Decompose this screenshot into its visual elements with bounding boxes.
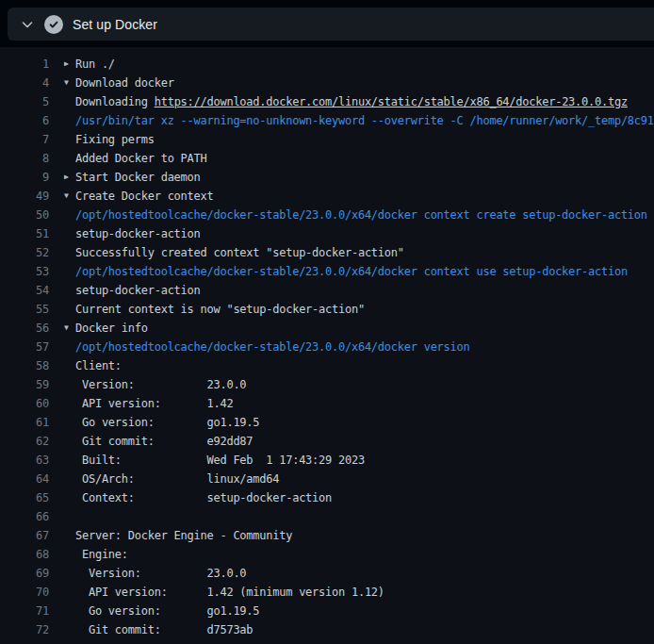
line-number[interactable]: 51 [0,224,49,243]
line-number[interactable]: 58 [0,356,49,375]
log-plain-text: Current context is now "setup-docker-act… [75,303,365,316]
line-number[interactable]: 72 [0,620,49,639]
step-header[interactable]: Set up Docker [8,8,654,41]
log-text: Client: [75,356,654,375]
log-text: Downloading https://download.docker.com/… [75,92,654,111]
line-number[interactable]: 49 [0,187,49,206]
log-text: Git commit: e92dd87 [75,432,654,451]
line-number[interactable]: 66 [0,507,49,526]
line-number[interactable]: 54 [0,281,49,300]
marker-spacer [64,92,75,111]
group-title[interactable]: Download docker [75,76,174,90]
log-line: 67Server: Docker Engine - Community [0,526,654,545]
marker-spacer [64,526,75,545]
log-text: Docker info [75,319,654,338]
line-number[interactable]: 6 [0,111,49,130]
log-text: Run ./ [75,55,654,74]
log-line[interactable]: 49▼Create Docker context [0,187,654,206]
log-plain-text: Client: [75,359,122,372]
line-number[interactable]: 7 [0,130,49,149]
log-plain-text: Git commit: d7573ab [75,623,253,636]
line-number[interactable]: 8 [0,149,49,168]
log-line[interactable]: 1▶Run ./ [0,55,654,74]
log-line: 57/opt/hostedtoolcache/docker-stable/23.… [0,338,654,356]
line-number[interactable]: 4 [0,74,49,92]
marker-spacer [64,470,75,488]
collapse-triangle-icon[interactable]: ▼ [64,74,75,92]
log-command-text: /opt/hostedtoolcache/docker-stable/23.0.… [75,340,469,354]
log-plain-text: Version: 23.0.0 [75,567,246,580]
log-text: Built: Wed Feb 1 17:43:29 2023 [75,451,654,470]
log-line: 55Current context is now "setup-docker-a… [0,300,654,319]
line-number[interactable]: 70 [0,583,49,602]
log-text: API version: 1.42 (minimum version 1.12) [75,583,654,602]
line-number[interactable]: 50 [0,206,49,224]
marker-spacer [64,432,75,451]
log-line: 66 [0,507,654,526]
log-text: Go version: go1.19.5 [75,602,654,620]
line-number[interactable]: 67 [0,526,49,545]
log-text: setup-docker-action [75,224,654,243]
log-line: 69 Version: 23.0.0 [0,564,654,583]
line-number[interactable]: 71 [0,602,49,620]
log-line: 6/usr/bin/tar xz --warning=no-unknown-ke… [0,111,654,130]
marker-spacer [64,300,75,319]
log-text: Context: setup-docker-action [75,488,654,507]
log-plain-text: Server: Docker Engine - Community [75,529,292,542]
log-text: /opt/hostedtoolcache/docker-stable/23.0.… [75,262,654,281]
log-plain-text: setup-docker-action [75,284,201,297]
log-line[interactable]: 4▼Download docker [0,74,654,92]
line-number[interactable]: 57 [0,338,49,356]
marker-spacer [64,262,75,281]
group-title[interactable]: Start Docker daemon [75,171,201,184]
marker-spacer [64,620,75,639]
log-plain-text: Added Docker to PATH [75,152,207,165]
line-number[interactable]: 53 [0,262,49,281]
group-title[interactable]: Docker info [75,322,148,335]
line-number[interactable]: 60 [0,394,49,413]
group-title[interactable]: Create Docker context [75,190,213,203]
marker-spacer [64,413,75,432]
line-number[interactable]: 55 [0,300,49,319]
log-text: Git commit: d7573ab [75,620,654,639]
line-number[interactable]: 59 [0,375,49,394]
chevron-down-icon[interactable] [20,17,35,32]
collapse-triangle-icon[interactable]: ▼ [64,187,75,206]
line-number[interactable]: 65 [0,488,49,507]
marker-spacer [64,149,75,168]
log-line: 62 Git commit: e92dd87 [0,432,654,451]
group-title[interactable]: Run ./ [75,58,115,71]
log-line: 51setup-docker-action [0,224,654,243]
collapse-triangle-icon[interactable]: ▼ [64,319,75,338]
log-plain-text: Engine: [75,548,128,561]
log-line: 60 API version: 1.42 [0,394,654,413]
expand-triangle-icon[interactable]: ▶ [64,168,75,187]
expand-triangle-icon[interactable]: ▶ [64,55,75,74]
log-line: 59 Version: 23.0.0 [0,375,654,394]
log-line: 70 API version: 1.42 (minimum version 1.… [0,583,654,602]
log-plain-text: Successfully created context "setup-dock… [75,246,404,259]
line-number[interactable]: 5 [0,92,49,111]
log-text: Download docker [75,74,654,92]
log-line[interactable]: 9▶Start Docker daemon [0,168,654,187]
step-title: Set up Docker [73,17,157,32]
log-link[interactable]: https://download.docker.com/linux/static… [155,95,628,108]
log-plain-text: OS/Arch: linux/amd64 [75,472,279,486]
line-number[interactable]: 63 [0,451,49,470]
check-circle-icon [44,15,63,34]
line-number[interactable]: 52 [0,243,49,262]
line-number[interactable]: 68 [0,545,49,564]
log-line[interactable]: 56▼Docker info [0,319,654,338]
line-number[interactable]: 62 [0,432,49,451]
log-text: OS/Arch: linux/amd64 [75,470,654,488]
log-plain-text: Go version: go1.19.5 [75,416,259,429]
line-number[interactable]: 1 [0,55,49,74]
marker-spacer [64,583,75,602]
line-number[interactable]: 64 [0,470,49,488]
line-number[interactable]: 69 [0,564,49,583]
log-line: 53/opt/hostedtoolcache/docker-stable/23.… [0,262,654,281]
log-line: 65 Context: setup-docker-action [0,488,654,507]
line-number[interactable]: 61 [0,413,49,432]
line-number[interactable]: 56 [0,319,49,338]
line-number[interactable]: 9 [0,168,49,187]
